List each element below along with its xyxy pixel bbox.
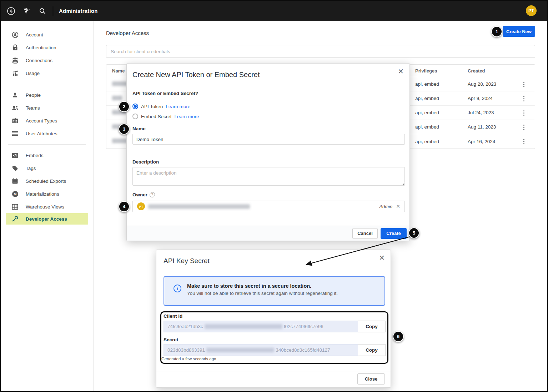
cell-privileges: api, embed	[415, 139, 468, 144]
description-textarea[interactable]	[132, 167, 405, 186]
warning-banner: i Make sure to store this secret in a se…	[164, 276, 385, 306]
usage-chart-icon	[11, 70, 19, 77]
person-icon	[11, 91, 19, 99]
sidebar-item-people[interactable]: People	[1, 89, 93, 101]
radio-option-api-token[interactable]: API Token Learn more	[132, 104, 190, 109]
sidebar-item-label: Authentication	[26, 45, 56, 50]
sidebar-item-label: Warehouse Views	[26, 204, 64, 210]
sidebar-item-label: Scheduled Exports	[26, 179, 66, 184]
sidebar-item-label: Developer Access	[26, 216, 67, 222]
create-new-button[interactable]: Create New	[503, 26, 535, 37]
sidebar-item-warehouse-views[interactable]: Warehouse Views	[1, 200, 93, 213]
learn-more-link[interactable]: Learn more	[166, 104, 190, 109]
create-token-modal: ✕ Create New API Token or Embed Secret A…	[126, 63, 410, 241]
column-header-privileges: Privileges	[415, 68, 468, 74]
sidebar-item-account-types[interactable]: Account Types	[1, 114, 93, 127]
sidebar-item-tags[interactable]: Tags	[1, 162, 93, 175]
annotation-badge-3: 3	[119, 124, 130, 135]
create-button[interactable]: Create	[381, 228, 407, 239]
sidebar-item-connections[interactable]: Connections	[1, 54, 93, 67]
client-id-label: Client Id	[164, 313, 182, 319]
lock-icon	[11, 44, 19, 51]
row-menu-icon[interactable]	[521, 95, 527, 102]
sidebar-item-developer-access[interactable]: Developer Access	[6, 213, 88, 225]
cell-privileges: api, embed	[415, 96, 468, 101]
sidebar-item-label: Account	[26, 32, 43, 37]
cancel-button[interactable]: Cancel	[352, 228, 378, 239]
sidebar-item-materializations[interactable]: M Materializations	[1, 187, 93, 200]
learn-more-link[interactable]: Learn more	[175, 114, 199, 119]
svg-text:M: M	[14, 192, 16, 196]
cell-privileges: api, embed	[415, 110, 468, 115]
sidebar-item-label: Teams	[26, 105, 40, 111]
sidebar-divider	[8, 144, 86, 145]
sidebar-item-label: People	[26, 92, 41, 98]
key-icon	[11, 215, 19, 222]
token-name-input[interactable]	[132, 134, 405, 145]
column-header-created: Created	[468, 68, 518, 74]
sidebar-divider	[8, 84, 86, 84]
annotation-badge-1: 1	[491, 26, 502, 37]
cell-created: Apr 16, 2024	[468, 139, 518, 144]
annotation-badge-2: 2	[119, 101, 130, 112]
modal-title: Create New API Token or Embed Secret	[132, 71, 260, 79]
remove-owner-icon[interactable]: ✕	[396, 203, 400, 209]
name-label: Name	[132, 126, 146, 131]
generated-timestamp: Generated a few seconds ago	[161, 357, 216, 361]
admin-sidebar: Account Authentication Connections Usage…	[1, 21, 94, 391]
sidebar-item-label: Connections	[26, 58, 52, 63]
top-bar: Administration PT	[1, 1, 547, 21]
sidebar-item-label: Usage	[26, 71, 40, 76]
copy-secret-button[interactable]: Copy	[358, 344, 386, 356]
close-icon[interactable]: ✕	[379, 254, 385, 261]
row-menu-icon[interactable]	[521, 138, 527, 145]
radio-option-embed-secret[interactable]: Embed Secret Learn more	[132, 114, 199, 119]
close-button[interactable]: Close	[357, 373, 385, 385]
owner-avatar: PT	[137, 202, 145, 210]
secret-label: Secret	[164, 337, 178, 342]
cell-privileges: api, embed	[415, 81, 468, 87]
screenshot-frame: Administration PT Account Authentication…	[0, 0, 548, 392]
list-icon	[11, 130, 19, 137]
api-key-secret-modal: ✕ API Key Secret i Make sure to store th…	[156, 250, 391, 388]
database-icon	[11, 57, 19, 64]
search-input[interactable]	[106, 45, 535, 58]
sidebar-item-teams[interactable]: Teams	[1, 101, 93, 114]
search-icon[interactable]	[37, 6, 48, 16]
warning-title: Make sure to store this secret in a secu…	[187, 283, 338, 289]
copy-client-id-button[interactable]: Copy	[358, 321, 386, 332]
people-icon	[11, 104, 19, 111]
sidebar-item-scheduled-exports[interactable]: Scheduled Exports	[1, 175, 93, 187]
warning-body: You will not be able to retrieve this se…	[187, 291, 338, 296]
close-icon[interactable]: ✕	[398, 68, 404, 75]
code-icon	[11, 152, 19, 159]
client-id-row: 74fc9eab21db3cf02c7740f6ffc7e96 Copy	[164, 321, 386, 332]
owner-label: Owner	[132, 192, 147, 197]
row-menu-icon[interactable]	[521, 81, 527, 88]
row-menu-icon[interactable]	[521, 124, 527, 131]
user-avatar[interactable]: PT	[526, 5, 537, 16]
table-grid-icon	[11, 203, 19, 210]
back-icon[interactable]	[6, 6, 16, 16]
footer-divider	[156, 372, 391, 372]
owner-role-badge: Admin	[379, 204, 392, 209]
radio-selected-icon[interactable]	[132, 104, 138, 109]
sidebar-item-usage[interactable]: Usage	[1, 67, 93, 80]
annotation-badge-6: 6	[393, 331, 404, 342]
row-menu-icon[interactable]	[521, 109, 527, 116]
cell-created: Jul 24, 2023	[468, 110, 518, 115]
owner-field[interactable]: PT Admin ✕	[132, 201, 405, 212]
sidebar-item-embeds[interactable]: Embeds	[1, 149, 93, 162]
sidebar-item-account[interactable]: Account	[1, 28, 93, 41]
annotation-badge-4: 4	[119, 201, 130, 212]
sidebar-item-user-attributes[interactable]: User Attributes	[1, 127, 93, 140]
modal-title: API Key Secret	[164, 257, 210, 265]
topbar-divider	[53, 6, 53, 16]
secret-value: 023d83bd863391340bced8d3c165fd48127	[164, 344, 358, 356]
annotation-badge-5: 5	[408, 227, 419, 238]
help-icon[interactable]: ?	[150, 192, 155, 197]
sidebar-item-label: Materializations	[26, 191, 59, 197]
radio-unselected-icon[interactable]	[132, 114, 138, 119]
sigma-logo-icon[interactable]	[21, 6, 32, 16]
sidebar-item-authentication[interactable]: Authentication	[1, 41, 93, 54]
